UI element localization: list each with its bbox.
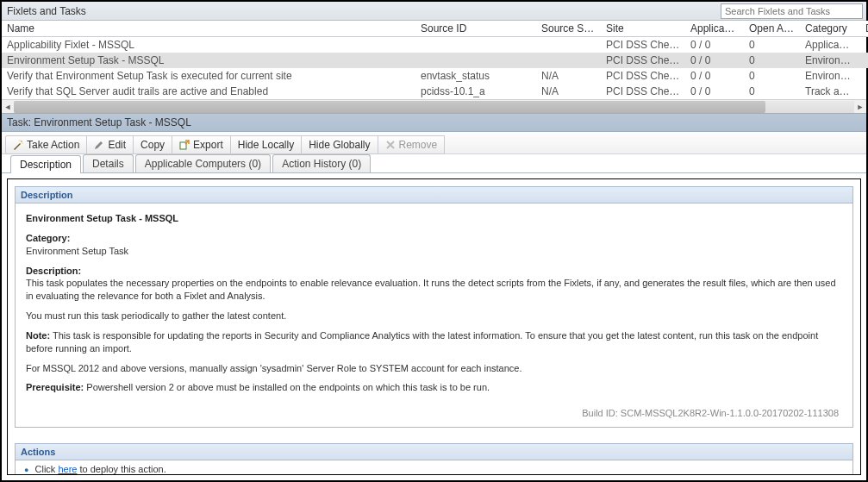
col-source-sev[interactable]: Source Sev…	[536, 21, 601, 37]
hide-globally-button[interactable]: Hide Globally	[301, 135, 378, 154]
cell-source-sev	[536, 37, 601, 53]
mssql-note: For MSSQL 2012 and above versions, manua…	[26, 362, 842, 375]
task-title-bar: Task: Environment Setup Task - MSSQL	[2, 113, 866, 132]
actions-prefix: Click	[35, 464, 59, 474]
wand-icon	[13, 140, 23, 150]
cell-category: Environme…	[800, 68, 860, 84]
cell-source-id: envtask_status	[415, 68, 536, 84]
panel-title: Fixlets and Tasks	[7, 5, 721, 17]
remove-label: Remove	[399, 139, 438, 151]
bullet-icon: ●	[24, 466, 28, 474]
table-row[interactable]: Environment Setup Task - MSSQLPCI DSS Ch…	[2, 53, 868, 68]
col-site[interactable]: Site	[601, 21, 685, 37]
cell-source-id	[415, 53, 536, 68]
cell-open-actions: 0	[744, 37, 800, 53]
table-row[interactable]: Verify that SQL Server audit trails are …	[2, 84, 868, 99]
pencil-icon	[94, 140, 104, 150]
cell-open-actions: 0	[744, 53, 800, 68]
export-icon	[179, 140, 190, 150]
cell-site: PCI DSS Che…	[601, 84, 685, 99]
cell-site: PCI DSS Che…	[601, 37, 685, 53]
horizontal-scrollbar[interactable]: ◄ ►	[2, 99, 866, 113]
cell-name: Applicability Fixlet - MSSQL	[2, 37, 415, 53]
build-id: Build ID: SCM-MSSQL2K8R2-Win-1.1.0.0-201…	[26, 401, 842, 418]
cell-source-sev: N/A	[536, 68, 601, 84]
category-label: Category:	[26, 233, 70, 243]
search-input[interactable]	[721, 3, 863, 19]
cell-applicable: 0 / 0	[685, 84, 744, 99]
description-panel-heading: Description	[16, 187, 852, 203]
tab-details[interactable]: Details	[83, 154, 134, 172]
cell-site: PCI DSS Che…	[601, 68, 685, 84]
export-button[interactable]: Export	[172, 135, 231, 154]
remove-button[interactable]: Remove	[378, 135, 446, 154]
cell-applicable: 0 / 0	[685, 37, 744, 53]
table-row[interactable]: Verify that Environment Setup Task is ex…	[2, 68, 868, 84]
tab-action-history[interactable]: Action History (0)	[272, 154, 371, 172]
note-text: This task is responsible for updating th…	[26, 330, 818, 354]
actions-suffix: to deploy this action.	[77, 464, 165, 474]
cell-source-id: pcidss-10.1_a	[415, 84, 536, 99]
cell-applicable: 0 / 0	[685, 53, 744, 68]
actions-panel-heading: Actions	[16, 444, 852, 460]
svg-point-0	[21, 141, 22, 142]
hide-globally-label: Hide Globally	[309, 139, 370, 151]
col-name[interactable]: Name	[2, 21, 415, 37]
tab-description[interactable]: Description	[10, 155, 81, 173]
col-open-actions[interactable]: Open Actio…	[744, 21, 800, 37]
col-download[interactable]: Download …	[860, 21, 868, 37]
tab-applicable-computers[interactable]: Applicable Computers (0)	[135, 154, 271, 172]
description-panel: Description Environment Setup Task - MSS…	[15, 186, 853, 428]
export-label: Export	[193, 139, 223, 151]
svg-point-1	[19, 140, 20, 141]
periodic-text: You must run this task periodically to g…	[26, 310, 842, 322]
remove-icon	[385, 140, 396, 150]
cell-name: Verify that Environment Setup Task is ex…	[2, 68, 415, 84]
edit-label: Edit	[108, 139, 126, 151]
cell-applicable: 0 / 0	[685, 68, 744, 84]
cell-download	[860, 53, 868, 68]
cell-name: Environment Setup Task - MSSQL	[2, 53, 415, 68]
cell-open-actions: 0	[744, 68, 800, 84]
description-text: This task populates the necessary proper…	[26, 278, 836, 301]
prereq-label: Prerequisite:	[26, 382, 84, 392]
actions-panel: Actions ● Click here to deploy this acti…	[15, 443, 853, 475]
scroll-left-arrow[interactable]: ◄	[2, 101, 14, 113]
cell-download	[860, 68, 868, 84]
hide-locally-label: Hide Locally	[238, 139, 294, 151]
edit-button[interactable]: Edit	[86, 135, 134, 154]
svg-point-2	[22, 142, 22, 143]
take-action-label: Take Action	[27, 139, 79, 151]
fixlets-table: Name Source ID Source Sev… Site Applicab…	[2, 21, 868, 99]
task-name: Environment Setup Task - MSSQL	[26, 212, 842, 225]
cell-source-sev: N/A	[536, 84, 601, 99]
col-applicable[interactable]: Applicable …	[685, 21, 744, 37]
cell-source-sev	[536, 53, 601, 68]
cell-source-id	[415, 37, 536, 53]
hide-locally-button[interactable]: Hide Locally	[230, 135, 302, 154]
take-action-button[interactable]: Take Action	[5, 135, 87, 154]
note-label: Note:	[26, 330, 50, 341]
copy-label: Copy	[141, 139, 165, 151]
cell-category: Environme…	[800, 53, 860, 68]
cell-open-actions: 0	[744, 84, 800, 99]
deploy-action-link[interactable]: here	[58, 464, 77, 474]
prereq-text: Powershell version 2 or above must be in…	[86, 382, 490, 392]
table-header-row: Name Source ID Source Sev… Site Applicab…	[2, 21, 868, 37]
scroll-thumb[interactable]	[14, 101, 765, 113]
col-category[interactable]: Category	[800, 21, 860, 37]
cell-download	[860, 84, 868, 99]
cell-name: Verify that SQL Server audit trails are …	[2, 84, 415, 99]
cell-category: Applicabilit…	[800, 37, 860, 53]
description-label: Description:	[26, 266, 81, 276]
cell-category: Track and …	[800, 84, 860, 99]
col-source-id[interactable]: Source ID	[415, 21, 536, 37]
copy-button[interactable]: Copy	[133, 135, 172, 154]
category-value: Environment Setup Task	[26, 246, 128, 256]
scroll-right-arrow[interactable]: ►	[854, 101, 866, 113]
table-row[interactable]: Applicability Fixlet - MSSQLPCI DSS Che……	[2, 37, 868, 53]
cell-download	[860, 37, 868, 53]
cell-site: PCI DSS Che…	[601, 53, 685, 68]
